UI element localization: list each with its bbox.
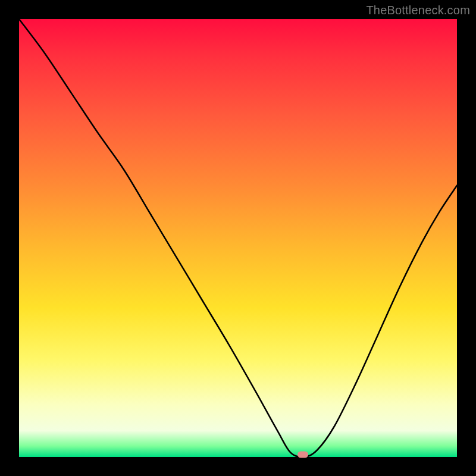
bottleneck-curve [19,19,457,457]
watermark-text: TheBottleneck.com [366,4,470,17]
chart-frame: TheBottleneck.com [0,0,476,476]
plot-area [19,19,457,457]
